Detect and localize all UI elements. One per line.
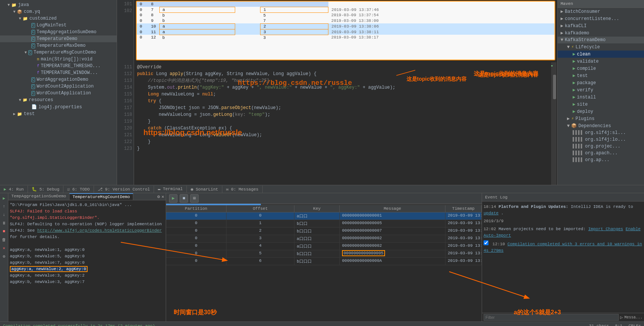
sidebar-item-resources[interactable]: ▼ 📁 resources bbox=[0, 97, 117, 103]
run-spacer bbox=[10, 240, 164, 247]
timestamp-cell: 2019-03-09 13:37:30 bbox=[445, 220, 482, 227]
sidebar-item-logmaintest[interactable]: C LogMainTest bbox=[0, 22, 117, 29]
kafka-row-6[interactable]: 0 6 b口口口 000000000000000A 2019-03-09 13:… bbox=[166, 258, 482, 265]
maven-item-lifecycle[interactable]: ▼ ⚡ Lifecycle bbox=[558, 43, 644, 51]
slf4j-link[interactable]: http://www.slf4j.org/codes.html#StaticLo… bbox=[37, 228, 162, 233]
sidebar-item-log4j[interactable]: 📄 log4j.properties bbox=[0, 103, 117, 111]
settings-gear-icon[interactable]: ⚙ bbox=[157, 194, 160, 200]
maven-label: org.slf4j:sl... bbox=[585, 130, 626, 135]
maven-item-dep5[interactable]: ▌▌▌▌ org.ap... bbox=[558, 157, 644, 163]
sidebar-item-java[interactable]: ▼ 📁 java bbox=[0, 2, 117, 8]
tab-todo[interactable]: ☑ 6: TODO bbox=[63, 186, 94, 193]
maven-item-site[interactable]: ▶ site bbox=[558, 101, 644, 108]
maven-item-plugins[interactable]: ▶ ⚡ Plugins bbox=[558, 115, 644, 122]
close-icon[interactable]: ✕ bbox=[162, 194, 164, 200]
event-link-update[interactable]: update bbox=[484, 211, 499, 215]
event-filter-input[interactable] bbox=[484, 314, 619, 321]
partition-cell: 0 bbox=[166, 258, 226, 265]
line-numbers-lower: 111 112 113 ● 114 115 116 117 118 119 12… bbox=[117, 62, 134, 185]
class-icon: C bbox=[31, 84, 35, 89]
run-pause-btn[interactable]: ⏸ bbox=[1, 220, 8, 226]
timestamp-cell: 2019-03-09 13:38:00 bbox=[445, 258, 482, 265]
maven-item-clean[interactable]: ▶ clean bbox=[558, 51, 644, 58]
terminal-icon: ▬ bbox=[158, 187, 160, 191]
tab-sonarlint[interactable]: ◉ SonarLint bbox=[187, 186, 222, 193]
sidebar-item-comyq[interactable]: ▼ 📦 com.yq bbox=[0, 8, 117, 15]
tab-messages[interactable]: ✉ 0: Messages bbox=[222, 186, 263, 193]
run-subtab-tempagg[interactable]: TempAggregationSumDemo bbox=[8, 193, 69, 200]
maven-item-deploy[interactable]: ▶ deploy bbox=[558, 108, 644, 115]
sidebar-item-temperaturemsgcount[interactable]: ▼ C TemperatureMsgCountDemo bbox=[0, 49, 117, 56]
kafka-row-1[interactable]: 0 1 b口口 0000000000000005 2019-03-09 13:3… bbox=[166, 220, 482, 228]
maven-item-package[interactable]: ▶ package bbox=[558, 79, 644, 86]
kafka-table-btn[interactable]: ⊞ bbox=[190, 194, 199, 203]
run-stop-btn[interactable]: ■ bbox=[1, 228, 8, 235]
maven-item-install[interactable]: ▶ install bbox=[558, 94, 644, 101]
maven-item-compile[interactable]: ▶ compile bbox=[558, 65, 644, 72]
maven-item-dep3[interactable]: ▌▌▌▌ org.projec... bbox=[558, 143, 644, 150]
tab-vcs[interactable]: ⎇ 9: Version Control bbox=[94, 186, 154, 193]
sidebar-item-threshold[interactable]: f TEMPERATURE_THRESHO... bbox=[0, 63, 117, 69]
run-subtab-tempmsg[interactable]: TemperatureMsgCountDemo bbox=[69, 193, 133, 200]
run-x-btn[interactable]: ✕ bbox=[1, 244, 8, 251]
sidebar-item-wordcount2[interactable]: C WordCount2Application bbox=[0, 83, 117, 90]
message-cell: 0000000000000005 bbox=[340, 250, 445, 257]
maven-item-dep1[interactable]: ▌▌▌▌ org.slf4j:sl... bbox=[558, 129, 644, 136]
filter-right-btn[interactable]: ▷ bbox=[620, 315, 623, 320]
sidebar-item-wordaggregation[interactable]: C WordAggregationDemo bbox=[0, 76, 117, 83]
sidebar-item-main[interactable]: m main(String[]):void bbox=[0, 56, 117, 63]
tab-terminal[interactable]: ▬ Terminal bbox=[154, 186, 187, 192]
run-up-btn[interactable]: ↑ bbox=[1, 203, 8, 210]
timestamp-cell: 2019-03-09 13:38:00 bbox=[445, 243, 482, 250]
sidebar-label: TemperatureDemo bbox=[37, 36, 77, 42]
run-settings-btn[interactable]: ⚙ bbox=[1, 253, 8, 260]
maven-item-validate[interactable]: ▶ validate bbox=[558, 58, 644, 65]
kafka-row-0[interactable]: 0 0 a口口 0000000000000001 2019-03-09 13:3… bbox=[166, 212, 482, 220]
maven-item-dependencies[interactable]: ▼ 📦 Dependencies bbox=[558, 122, 644, 129]
sidebar-item-tempaggregation[interactable]: C TempAggregationSumDemo bbox=[0, 29, 117, 35]
run-output: "D:\Program Files\Java\jdk1.8.0_161\bin\… bbox=[8, 200, 166, 321]
maven-item-kafkacli[interactable]: ▶ kafkaCLI bbox=[558, 22, 644, 29]
class-icon: C bbox=[28, 50, 32, 55]
maven-folder-icon: 📦 bbox=[571, 123, 577, 129]
dep-icon: ▌▌▌▌ bbox=[573, 157, 584, 163]
maven-item-dep2[interactable]: ▌▌▌▌ org.slf4j:lo... bbox=[558, 136, 644, 143]
expand-icon: ▼ bbox=[19, 17, 21, 21]
maven-item-dep4[interactable]: ▌▌▌▌ org.apach... bbox=[558, 150, 644, 157]
maven-run-icon: ▶ bbox=[573, 58, 575, 64]
sidebar-item-temperaturedemo[interactable]: C TemperatureDemo bbox=[0, 35, 117, 42]
kafka-row-4[interactable]: 0 4 a口口口 0000000000000002 2019-03-09 13:… bbox=[166, 243, 482, 250]
event-link-compilation[interactable]: Compilation completed with 3 errors and … bbox=[484, 242, 642, 253]
sidebar-item-window[interactable]: f TEMPERATURE_WINDOW... bbox=[0, 69, 117, 76]
key-header: Key bbox=[294, 205, 340, 212]
offset-cell: 4 bbox=[226, 243, 294, 250]
kafka-play-btn[interactable]: ▶ bbox=[169, 194, 177, 203]
event-row-1: 2019/3/9 bbox=[484, 217, 642, 225]
event-checkbox[interactable] bbox=[484, 240, 488, 245]
sidebar-item-test[interactable]: ▶ 📁 test bbox=[0, 111, 117, 117]
maven-item-batchconsumer[interactable]: ▶ BatchConsumer bbox=[558, 8, 644, 15]
run-trash-btn[interactable]: 🗑 bbox=[1, 236, 8, 243]
run-down-btn[interactable]: ↓ bbox=[1, 211, 8, 218]
kafka-row-3[interactable]: 0 3 a口口口 0000000000000002 2019-03-09 13:… bbox=[166, 235, 482, 243]
tab-debug[interactable]: 🐛 5: Debug bbox=[28, 186, 63, 193]
sidebar-label: TempAggregationSumDemo bbox=[37, 29, 96, 35]
maven-item-test[interactable]: ▶ test bbox=[558, 72, 644, 79]
event-link-import[interactable]: Import Changes bbox=[588, 227, 623, 231]
sidebar-item-customized[interactable]: ▼ 📁 customized bbox=[0, 15, 117, 22]
sidebar-label: LogMainTest bbox=[37, 23, 66, 28]
maven-item-concurrent[interactable]: ▶ concurrentListene... bbox=[558, 15, 644, 22]
tab-run[interactable]: ▶ 4: Run bbox=[0, 186, 28, 193]
kafka-row-2[interactable]: 0 2 b口口口 0000000000000007 2019-03-09 13:… bbox=[166, 228, 482, 235]
sidebar-label: main(String[]):void bbox=[41, 57, 92, 62]
event-row-2: 12:02 Maven projects need to be imported… bbox=[484, 225, 642, 240]
kafka-row-5[interactable]: 0 5 b口口口 0000000000000005 2019-03-09 13:… bbox=[166, 250, 482, 258]
kafka-stop-btn[interactable]: ■ bbox=[180, 194, 188, 203]
maven-item-verify[interactable]: ▶ verify bbox=[558, 86, 644, 94]
run-play-btn[interactable]: ▶ bbox=[1, 195, 8, 201]
maven-item-kafkademo[interactable]: ▶ kafkademo bbox=[558, 29, 644, 37]
event-time: 12:10 bbox=[493, 242, 505, 246]
sidebar-item-temperaturemaxdemo[interactable]: C TemperatureMaxDemo bbox=[0, 42, 117, 49]
sidebar-item-wordcount[interactable]: C WordCountApplication bbox=[0, 90, 117, 97]
maven-item-kafkastreamdemo[interactable]: ▼ KafkaStreamDemo bbox=[558, 37, 644, 43]
